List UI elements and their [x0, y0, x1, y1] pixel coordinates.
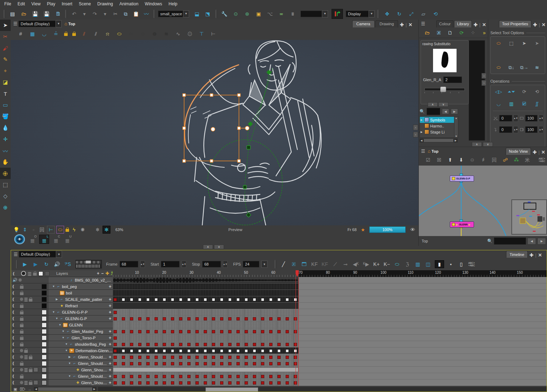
menu-windows[interactable]: Windows: [144, 0, 167, 7]
show-all-controls-icon[interactable]: ⊛: [244, 10, 251, 17]
keyframe-frame-13[interactable]: [146, 362, 150, 365]
add-substitution-button[interactable]: +: [107, 373, 113, 379]
keyframe-frame-28[interactable]: [187, 349, 191, 352]
tool-rectangle[interactable]: ▭: [0, 99, 11, 111]
prev-keyframe-icon[interactable]: ◀ᴷ: [352, 261, 359, 268]
solo-all-icon[interactable]: [21, 271, 26, 276]
layer-color-swatch[interactable]: [42, 355, 47, 360]
camera-canvas[interactable]: [11, 40, 418, 225]
onion-toggle-icon[interactable]: [24, 298, 28, 299]
prev-result-button[interactable]: ◀: [442, 109, 449, 114]
playhead-line[interactable]: [296, 277, 296, 386]
menu-edit[interactable]: Edit: [16, 0, 30, 7]
layer-color-swatch[interactable]: [42, 335, 47, 340]
keyframe-frame-10[interactable]: [138, 362, 141, 365]
lock-toggle-icon[interactable]: [29, 356, 32, 359]
keyframe-frame-7[interactable]: [130, 298, 133, 301]
keyframe-frame-46[interactable]: [236, 356, 240, 359]
camera-display-select[interactable]: Default (Display): [19, 21, 56, 27]
menu-animation[interactable]: Animation: [118, 0, 143, 7]
close-view-button[interactable]: ✕: [540, 150, 546, 155]
close-view-button[interactable]: ✕: [541, 22, 547, 27]
layer-color-swatch[interactable]: [42, 329, 47, 334]
add-substitution-button[interactable]: +: [107, 354, 113, 360]
tool-dropper[interactable]: 💧: [0, 122, 11, 134]
light-table-icon[interactable]: ⍾: [104, 30, 111, 37]
keyframe-frame-34[interactable]: [204, 330, 207, 333]
copy-icon[interactable]: ⧉: [122, 10, 129, 17]
playhead-line-right[interactable]: [298, 277, 299, 386]
layer-row-Glenn_ShoulderB[interactable]: ((▼⌐Glenn_ShoulderB+: [11, 373, 113, 380]
track-row-Glenn_Shoulder[interactable]: [113, 367, 547, 373]
keyframe-frame-43[interactable]: [228, 317, 231, 320]
add-peg-icon[interactable]: ≖: [278, 10, 285, 17]
set-properties-on-selected-button[interactable]: [332, 9, 343, 19]
track-row-boil_peg[interactable]: [113, 283, 547, 290]
layer-color-swatch[interactable]: [42, 367, 47, 372]
keyframe-frame-58[interactable]: [269, 349, 272, 352]
layer-name-cell[interactable]: ♪BMS_60_006_v2_snd: [48, 277, 113, 283]
redo-caret-icon[interactable]: ▾: [101, 10, 109, 17]
animate-toggle-icon[interactable]: ((: [12, 368, 19, 372]
new-scene-icon[interactable]: ▤: [9, 10, 16, 17]
keyframe-frame-58[interactable]: [269, 362, 272, 365]
keyframe-frame-31[interactable]: [196, 362, 199, 365]
show-bbox-icon[interactable]: ⊢: [47, 226, 55, 234]
keyframe-frame-13[interactable]: [146, 381, 150, 385]
offset-y-field[interactable]: 0: [499, 126, 512, 133]
camera-mask-icon[interactable]: 🗔: [301, 261, 308, 268]
node-view-menu-icon[interactable]: ☰: [420, 148, 426, 154]
scene-name-select[interactable]: small_space: [158, 11, 183, 17]
keyframe-frame-22[interactable]: [171, 381, 174, 385]
keyframe-frame-34[interactable]: [204, 356, 207, 359]
offset-x-field[interactable]: 0: [499, 115, 512, 121]
lock-toggle-icon[interactable]: [20, 344, 24, 346]
expand-arrow-icon[interactable]: ▶: [55, 298, 59, 301]
translate-icon[interactable]: ✥: [384, 10, 391, 17]
keyframe-frame-55[interactable]: [261, 298, 264, 301]
layer-name-cell[interactable]: ❖Glenn_ShoulderE+: [48, 380, 113, 386]
tree-hscrollbar[interactable]: ◀ ▶: [420, 138, 458, 142]
library-file-list[interactable]: [469, 40, 485, 141]
keyframe-frame-49[interactable]: [245, 330, 248, 333]
antialias-off-icon[interactable]: ❄: [94, 226, 101, 233]
layer-row-Glenn_ShoulderE[interactable]: ((▶⌐Glenn_ShoulderE+: [11, 354, 113, 360]
panel-splitter[interactable]: ‹›: [413, 125, 418, 137]
keyframe-frame-31[interactable]: [196, 343, 199, 346]
layer-name-cell[interactable]: ▼⌐Glenn_ShoulderB+: [48, 373, 113, 379]
layer-name[interactable]: Glenn_ShoulderB: [78, 374, 107, 378]
keyframe-frame-61[interactable]: [277, 298, 281, 301]
add-substitution-button[interactable]: +: [107, 380, 113, 385]
node-thumbnail-toggle[interactable]: [452, 223, 455, 226]
keyframe-frame-46[interactable]: [236, 362, 240, 365]
keyframe-frame-43[interactable]: [228, 343, 231, 346]
layer-color-swatch[interactable]: [42, 342, 47, 347]
keyframe-frame-49[interactable]: [245, 298, 248, 301]
keyframe-frame-61[interactable]: [277, 317, 281, 320]
timeline-display-select[interactable]: Default (Display): [19, 251, 56, 257]
prev-node-button[interactable]: ◀: [527, 238, 536, 245]
keyframe-frame-31[interactable]: [196, 298, 199, 301]
layer-color-swatch[interactable]: [42, 374, 47, 379]
add-keyframe-icon[interactable]: KF: [311, 261, 318, 268]
tool-rigging[interactable]: 𐃏: [0, 168, 11, 179]
layer-name[interactable]: Glenn_Shoulder: [81, 368, 107, 372]
tool-text[interactable]: T: [0, 88, 11, 99]
keyframe-frame-25[interactable]: [179, 317, 182, 320]
animate-toggle-icon[interactable]: ((: [12, 310, 19, 314]
layer-row-GLENN-G-P[interactable]: ((▼⌐GLENN-G-P+: [11, 315, 113, 322]
node-search-input[interactable]: [494, 237, 526, 245]
layer-name-cell[interactable]: ▼⌐boil_peg+: [48, 283, 113, 289]
keyframe-frame-55[interactable]: [261, 356, 264, 359]
fps-caret[interactable]: ▼: [261, 261, 267, 268]
tool-cutter[interactable]: ✂: [0, 31, 11, 42]
animate-toggle-icon[interactable]: ((: [12, 304, 19, 308]
keyframe-frame-46[interactable]: [236, 375, 240, 378]
keyframe-frame-55[interactable]: [261, 330, 264, 333]
layer-name-cell[interactable]: ▼▤GLENN: [48, 322, 113, 328]
paste-icon[interactable]: 📋: [132, 10, 140, 17]
name-labels-icon[interactable]: ABC++ABC: [468, 262, 475, 267]
keyframe-frame-4[interactable]: [122, 298, 125, 301]
keyframe-frame-46[interactable]: [236, 343, 240, 346]
keyframe-frame-7[interactable]: [130, 349, 133, 352]
